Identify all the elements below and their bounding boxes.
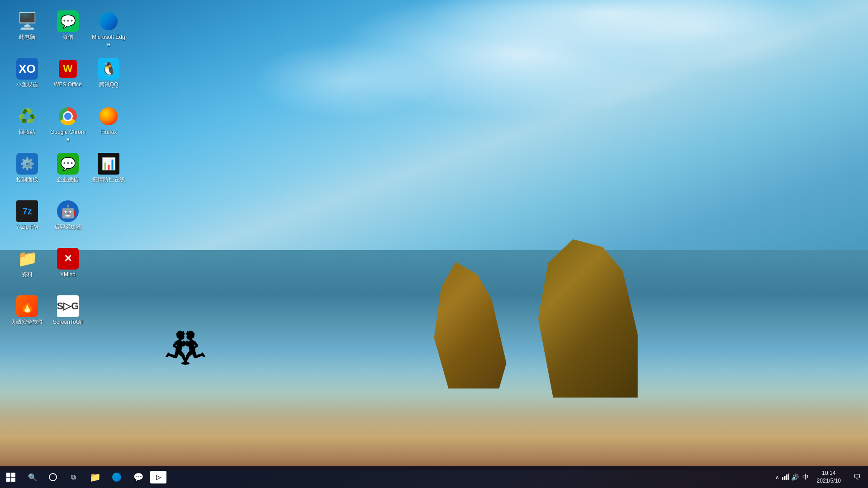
desktop-icon-edge[interactable]: Microsoft Edge — [88, 7, 129, 52]
wps-icon: W — [57, 58, 79, 80]
controlpanel-icon: ⚙️ — [16, 153, 38, 175]
desktop-icon-7zip[interactable]: 7z 7-Zip FM — [7, 197, 47, 242]
desktop-icons-grid: 🖥️ 此电脑 💬 微信 Microsoft Edge XO 小鱼易连 W WPS… — [5, 5, 131, 389]
desktop-icon-controlpanel[interactable]: ⚙️ 控制面板 — [7, 149, 47, 194]
windows-logo — [6, 473, 15, 482]
jiqun-icon: 🤖 — [57, 200, 79, 222]
desktop-icon-firewall[interactable]: 🔥 火绒安全软件 — [7, 292, 47, 337]
folder-label: 资料 — [22, 271, 33, 279]
yiqing-icon: 📊 — [98, 153, 119, 175]
screentogif-label: ScreenToGif — [53, 319, 83, 326]
desktop-icon-xmind[interactable]: ✕ XMind — [47, 244, 88, 289]
corpwechat-label: 企业微信 — [57, 176, 79, 184]
qq-label: 腾讯QQ — [99, 81, 119, 89]
desktop-icon-chrome[interactable]: Google Chrome — [47, 102, 88, 147]
notification-button[interactable]: 🗨 — [846, 466, 868, 488]
pc-icon: 🖥️ — [16, 10, 38, 32]
taskbar-edge-button[interactable] — [106, 466, 128, 488]
qq-icon: 🐧 — [98, 58, 119, 80]
pc-label: 此电脑 — [19, 34, 35, 41]
notification-icon: 🗨 — [854, 473, 861, 481]
controlpanel-label: 控制面板 — [16, 176, 38, 184]
firefox-label: Firefox — [100, 129, 117, 136]
firewall-label: 火绒安全软件 — [11, 319, 43, 326]
7zip-icon: 7z — [16, 200, 38, 222]
desktop-icon-screentogif[interactable]: S▷G ScreenToGif — [47, 292, 88, 337]
yiqing-label: 疫情防控在线 — [92, 176, 125, 184]
tray-chevron-button[interactable]: ∧ — [773, 474, 781, 480]
wps-label: WPS Office — [54, 81, 82, 89]
tray-network-icon[interactable] — [781, 473, 790, 482]
rock-right — [538, 239, 638, 398]
tray-language-indicator[interactable]: 中 — [800, 473, 811, 481]
clock-date: 2021/5/10 — [817, 477, 841, 485]
rock-left — [434, 262, 507, 389]
jiqun-label: 后羿采集器 — [54, 224, 81, 231]
wechat-label: 微信 — [62, 34, 73, 41]
taskbar-taskview-button[interactable]: ⧉ — [62, 466, 84, 488]
taskbar-explorer-button[interactable]: 📁 — [84, 466, 106, 488]
easylink-icon: XO — [16, 58, 38, 80]
taskbar-right: ∧ 🔊 中 10:14 2021/5/10 🗨 — [773, 466, 868, 488]
folder-icon: 📁 — [16, 248, 38, 270]
desktop: 🏃 🖥️ 此电脑 💬 微信 Microsoft Edge XO 小鱼易连 — [0, 0, 868, 488]
svg-rect-0 — [782, 477, 783, 480]
corpwechat-icon: 💬 — [57, 153, 79, 175]
recycle-icon-graphic: ♻️ — [18, 107, 36, 125]
taskbar-chat-button[interactable]: 💬 — [128, 466, 149, 488]
svg-rect-1 — [784, 476, 785, 480]
screentogif-icon: S▷G — [57, 295, 79, 317]
chrome-icon — [57, 105, 79, 127]
logo-tr — [11, 473, 15, 477]
7zip-label: 7-Zip FM — [16, 224, 38, 231]
desktop-icon-jiqun[interactable]: 🤖 后羿采集器 — [47, 197, 88, 242]
desktop-icon-recycle[interactable]: ♻️ 回收站 — [7, 102, 47, 147]
recycle-label: 回收站 — [19, 129, 35, 136]
firefox-icon — [98, 105, 119, 127]
desktop-icon-wechat[interactable]: 💬 微信 — [47, 7, 88, 52]
logo-br — [11, 478, 15, 482]
desktop-icon-corpwechat[interactable]: 💬 企业微信 — [47, 149, 88, 194]
desktop-icon-yiqing[interactable]: 📊 疫情防控在线 — [88, 149, 129, 194]
chrome-label: Google Chrome — [50, 129, 86, 143]
edge-icon — [98, 10, 119, 32]
chrome-icon-graphic — [59, 107, 77, 125]
xmind-label: XMind — [60, 271, 76, 279]
desktop-icon-firefox[interactable]: Firefox — [88, 102, 129, 147]
firefox-icon-graphic — [100, 107, 118, 125]
start-button[interactable] — [0, 466, 22, 488]
firewall-icon: 🔥 — [16, 295, 38, 317]
desktop-icon-qq[interactable]: 🐧 腾讯QQ — [88, 54, 129, 99]
desktop-icon-easylink[interactable]: XO 小鱼易连 — [7, 54, 47, 99]
desktop-icon-folder[interactable]: 📁 资料 — [7, 244, 47, 289]
desktop-icon-pc[interactable]: 🖥️ 此电脑 — [7, 7, 47, 52]
taskbar-cortana-button[interactable] — [43, 466, 62, 488]
logo-bl — [6, 478, 10, 482]
runner-silhouette: 🏃 — [172, 330, 199, 384]
taskbar-screentogif-button[interactable]: ▷ — [150, 471, 166, 483]
taskbar-clock[interactable]: 10:14 2021/5/10 — [811, 469, 846, 485]
taskbar-search-button[interactable]: 🔍 — [22, 466, 43, 488]
edge-icon-graphic — [100, 12, 118, 30]
clock-time: 10:14 — [822, 469, 835, 477]
edge-label: Microsoft Edge — [90, 34, 127, 48]
wps-icon-graphic: W — [59, 60, 77, 78]
tray-volume-icon[interactable]: 🔊 — [790, 473, 800, 482]
recycle-icon: ♻️ — [16, 105, 38, 127]
desktop-icon-wps[interactable]: W WPS Office — [47, 54, 88, 99]
svg-rect-3 — [788, 474, 789, 480]
wechat-icon: 💬 — [57, 10, 79, 32]
logo-tl — [6, 473, 10, 477]
taskbar: 🔍 ⧉ 📁 💬 ▷ ∧ — [0, 466, 868, 488]
xmind-icon: ✕ — [57, 248, 79, 270]
svg-rect-2 — [786, 474, 787, 480]
easylink-label: 小鱼易连 — [16, 81, 38, 89]
